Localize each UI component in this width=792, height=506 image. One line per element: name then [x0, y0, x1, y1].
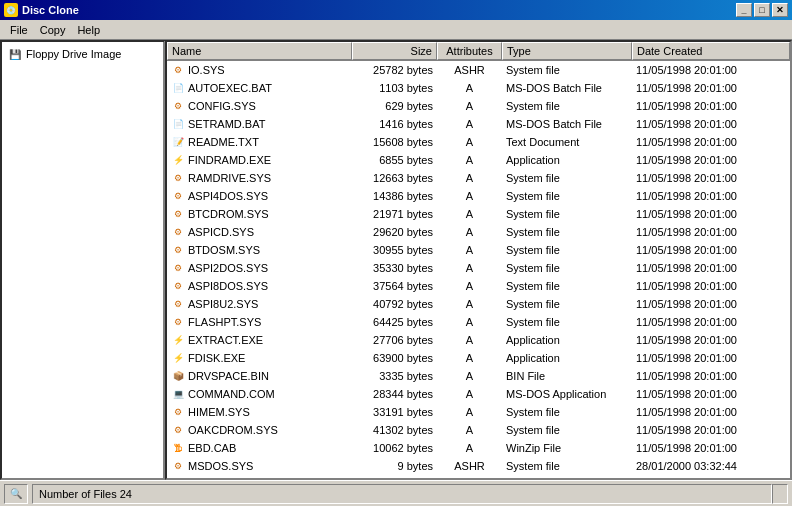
cell-attr: A [437, 261, 502, 275]
filename: ASPI8DOS.SYS [188, 280, 268, 292]
table-row[interactable]: ⚙ EBD.SYS 0 bytes ASHR System file 28/01… [167, 475, 790, 478]
file-type-icon: ⚙ [171, 459, 185, 473]
menu-help[interactable]: Help [71, 22, 106, 38]
cell-type: System file [502, 225, 632, 239]
cell-date: 28/01/2000 03:32:44 [632, 459, 790, 473]
cell-name: ⚙ IO.SYS [167, 62, 352, 78]
file-type-icon: ⚡ [171, 351, 185, 365]
table-row[interactable]: ⚙ CONFIG.SYS 629 bytes A System file 11/… [167, 97, 790, 115]
cell-name: 💻 COMMAND.COM [167, 386, 352, 402]
filename: ASPI8U2.SYS [188, 298, 258, 310]
cell-type: MS-DOS Batch File [502, 117, 632, 131]
cell-date: 11/05/1998 20:01:00 [632, 63, 790, 77]
cell-size: 30955 bytes [352, 243, 437, 257]
col-header-date[interactable]: Date Created [632, 42, 790, 60]
close-button[interactable]: ✕ [772, 3, 788, 17]
cell-type: MS-DOS Application [502, 387, 632, 401]
table-row[interactable]: ⚙ BTCDROM.SYS 21971 bytes A System file … [167, 205, 790, 223]
table-row[interactable]: ⚙ ASPI4DOS.SYS 14386 bytes A System file… [167, 187, 790, 205]
cell-name: ⚙ ASPI8U2.SYS [167, 296, 352, 312]
cell-name: ⚙ ASPI8DOS.SYS [167, 278, 352, 294]
cell-attr: ASHR [437, 459, 502, 473]
cell-name: ⚙ ASPI2DOS.SYS [167, 260, 352, 276]
col-header-attr[interactable]: Attributes [437, 42, 502, 60]
cell-date: 11/05/1998 20:01:00 [632, 333, 790, 347]
filename: ASPI2DOS.SYS [188, 262, 268, 274]
table-row[interactable]: ⚙ HIMEM.SYS 33191 bytes A System file 11… [167, 403, 790, 421]
cell-date: 11/05/1998 20:01:00 [632, 135, 790, 149]
cell-size: 629 bytes [352, 99, 437, 113]
table-row[interactable]: ⚙ RAMDRIVE.SYS 12663 bytes A System file… [167, 169, 790, 187]
table-row[interactable]: ⚙ BTDOSM.SYS 30955 bytes A System file 1… [167, 241, 790, 259]
col-header-size[interactable]: Size [352, 42, 437, 60]
table-row[interactable]: 💻 COMMAND.COM 28344 bytes A MS-DOS Appli… [167, 385, 790, 403]
filename: FINDRAMD.EXE [188, 154, 271, 166]
cell-attr: A [437, 189, 502, 203]
cell-type: System file [502, 279, 632, 293]
table-row[interactable]: ⚙ ASPICD.SYS 29620 bytes A System file 1… [167, 223, 790, 241]
cell-size: 21971 bytes [352, 207, 437, 221]
table-row[interactable]: 📄 AUTOEXEC.BAT 1103 bytes A MS-DOS Batch… [167, 79, 790, 97]
filename: FDISK.EXE [188, 352, 245, 364]
table-row[interactable]: ⚙ MSDOS.SYS 9 bytes ASHR System file 28/… [167, 457, 790, 475]
cell-date: 11/05/1998 20:01:00 [632, 297, 790, 311]
maximize-button[interactable]: □ [754, 3, 770, 17]
cell-type: Application [502, 351, 632, 365]
window-controls: _ □ ✕ [736, 3, 788, 17]
sidebar: 💾 Floppy Drive Image [0, 40, 165, 480]
table-row[interactable]: ⚡ EXTRACT.EXE 27706 bytes A Application … [167, 331, 790, 349]
filename: EBD.CAB [188, 442, 236, 454]
menu-copy[interactable]: Copy [34, 22, 72, 38]
menu-file[interactable]: File [4, 22, 34, 38]
cell-type: Text Document [502, 135, 632, 149]
table-row[interactable]: 📄 SETRAMD.BAT 1416 bytes A MS-DOS Batch … [167, 115, 790, 133]
cell-name: ⚙ ASPI4DOS.SYS [167, 188, 352, 204]
cell-date: 11/05/1998 20:01:00 [632, 279, 790, 293]
file-type-icon: 📄 [171, 117, 185, 131]
cell-attr: A [437, 279, 502, 293]
cell-name: ⚙ BTDOSM.SYS [167, 242, 352, 258]
cell-date: 11/05/1998 20:01:00 [632, 441, 790, 455]
minimize-button[interactable]: _ [736, 3, 752, 17]
cell-type: System file [502, 189, 632, 203]
sidebar-item-floppy[interactable]: 💾 Floppy Drive Image [6, 46, 159, 62]
table-row[interactable]: ⚡ FINDRAMD.EXE 6855 bytes A Application … [167, 151, 790, 169]
table-row[interactable]: ⚙ OAKCDROM.SYS 41302 bytes A System file… [167, 421, 790, 439]
table-row[interactable]: 📦 DRVSPACE.BIN 3335 bytes A BIN File 11/… [167, 367, 790, 385]
file-type-icon: ⚡ [171, 153, 185, 167]
cell-size: 3335 bytes [352, 369, 437, 383]
cell-date: 11/05/1998 20:01:00 [632, 423, 790, 437]
table-row[interactable]: ⚙ IO.SYS 25782 bytes ASHR System file 11… [167, 61, 790, 79]
table-row[interactable]: ⚡ FDISK.EXE 63900 bytes A Application 11… [167, 349, 790, 367]
cell-name: ⚙ BTCDROM.SYS [167, 206, 352, 222]
table-row[interactable]: ⚙ ASPI8U2.SYS 40792 bytes A System file … [167, 295, 790, 313]
file-type-icon: 📦 [171, 369, 185, 383]
filename: IO.SYS [188, 64, 225, 76]
cell-size: 14386 bytes [352, 189, 437, 203]
cell-attr: A [437, 99, 502, 113]
status-bar: 🔍 Number of Files 24 [0, 480, 792, 506]
col-header-name[interactable]: Name [167, 42, 352, 60]
cell-type: System file [502, 459, 632, 473]
sidebar-item-label: Floppy Drive Image [26, 48, 121, 60]
file-type-icon: 📄 [171, 81, 185, 95]
cell-name: ⚡ FINDRAMD.EXE [167, 152, 352, 168]
cell-type: Application [502, 333, 632, 347]
table-row[interactable]: ⚙ ASPI2DOS.SYS 35330 bytes A System file… [167, 259, 790, 277]
table-row[interactable]: 📝 README.TXT 15608 bytes A Text Document… [167, 133, 790, 151]
file-type-icon: 🗜 [171, 441, 185, 455]
cell-size: 10062 bytes [352, 441, 437, 455]
table-row[interactable]: ⚙ FLASHPT.SYS 64425 bytes A System file … [167, 313, 790, 331]
cell-type: System file [502, 477, 632, 478]
title-bar: 💿 Disc Clone _ □ ✕ [0, 0, 792, 20]
col-header-type[interactable]: Type [502, 42, 632, 60]
filename: SETRAMD.BAT [188, 118, 265, 130]
floppy-icon: 💾 [8, 47, 22, 61]
table-row[interactable]: 🗜 EBD.CAB 10062 bytes A WinZip File 11/0… [167, 439, 790, 457]
cell-date: 11/05/1998 20:01:00 [632, 99, 790, 113]
file-type-icon: ⚙ [171, 477, 185, 478]
table-row[interactable]: ⚙ ASPI8DOS.SYS 37564 bytes A System file… [167, 277, 790, 295]
file-type-icon: ⚙ [171, 315, 185, 329]
cell-date: 11/05/1998 20:01:00 [632, 207, 790, 221]
cell-date: 28/01/2000 03:32:46 [632, 477, 790, 478]
